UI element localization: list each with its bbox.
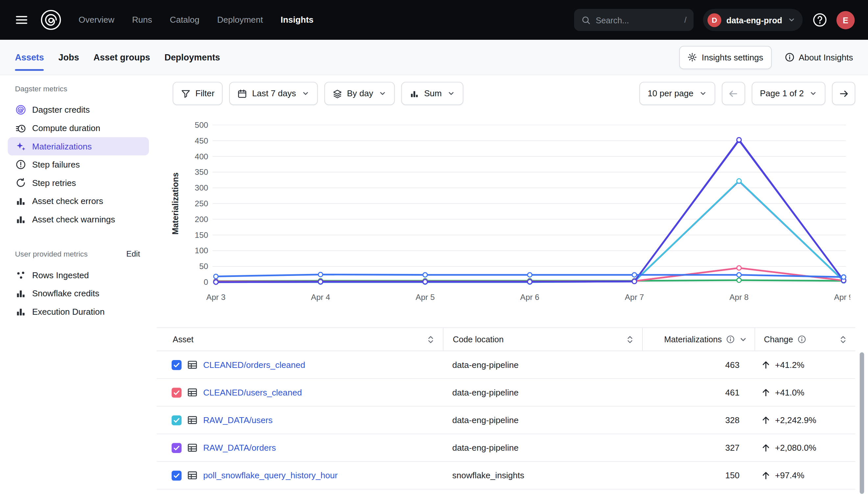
nav-link-catalog[interactable]: Catalog bbox=[170, 15, 200, 25]
date-range-button[interactable]: Last 7 days bbox=[230, 82, 318, 105]
table-icon bbox=[187, 470, 197, 481]
help-button[interactable] bbox=[812, 12, 827, 27]
asset-link[interactable]: RAW_DATA/orders bbox=[203, 443, 276, 453]
nav-link-deployment[interactable]: Deployment bbox=[217, 15, 263, 25]
sidebar-item-execution-duration[interactable]: Execution Duration bbox=[8, 303, 149, 321]
asset-cell: CLEANED/users_cleaned bbox=[156, 387, 443, 398]
check-icon bbox=[173, 471, 180, 479]
materializations-icon bbox=[15, 141, 26, 152]
bar-chart-icon bbox=[15, 306, 26, 317]
table-row: RAW_DATA/ordersdata-eng-pipeline327+2,08… bbox=[156, 434, 855, 462]
tab-deployments[interactable]: Deployments bbox=[164, 40, 220, 75]
insights-settings-button[interactable]: Insights settings bbox=[679, 45, 771, 69]
row-checkbox[interactable] bbox=[171, 360, 181, 369]
table-row bbox=[156, 489, 855, 498]
sidebar-section-title: User provided metrics bbox=[15, 250, 88, 258]
dagster-logo[interactable] bbox=[40, 9, 62, 31]
search-input[interactable] bbox=[596, 15, 679, 25]
about-insights-link[interactable]: About Insights bbox=[785, 52, 853, 62]
asset-link[interactable]: RAW_DATA/users bbox=[203, 415, 272, 425]
pagination-controls: 10 per page Page 1 of 2 bbox=[639, 82, 855, 105]
code-location-cell: data-eng-pipeline bbox=[443, 443, 642, 453]
compute-duration-icon bbox=[15, 123, 26, 133]
sidebar-item-dagster-credits[interactable]: Dagster credits bbox=[8, 101, 149, 119]
arrow-up-icon bbox=[761, 388, 771, 397]
sort-icon[interactable] bbox=[839, 335, 847, 344]
primary-nav: OverviewRunsCatalogDeploymentInsights bbox=[79, 15, 314, 25]
arrow-up-icon bbox=[761, 471, 771, 480]
sort-icon[interactable] bbox=[427, 335, 435, 344]
aggregation-button[interactable]: Sum bbox=[401, 82, 463, 105]
per-page-label: 10 per page bbox=[648, 88, 693, 98]
insights-tab-bar: AssetsJobsAsset groupsDeployments Insigh… bbox=[0, 40, 868, 75]
group-by-button[interactable]: By day bbox=[324, 82, 395, 105]
about-insights-label: About Insights bbox=[799, 52, 853, 62]
tab-jobs[interactable]: Jobs bbox=[59, 40, 79, 75]
asset-link[interactable]: poll_snowflake_query_history_hour bbox=[203, 470, 338, 480]
row-checkbox[interactable] bbox=[171, 470, 181, 480]
chevron-down-icon[interactable] bbox=[739, 335, 747, 344]
table-scrollbar[interactable] bbox=[860, 352, 864, 494]
svg-text:Apr 7: Apr 7 bbox=[625, 293, 644, 302]
materializations-cell: 463 bbox=[642, 360, 755, 369]
tabs: AssetsJobsAsset groupsDeployments bbox=[15, 40, 220, 75]
asset-cell: CLEANED/orders_cleaned bbox=[156, 359, 443, 370]
toolbar: Filter Last 7 days By day Sum bbox=[156, 82, 868, 105]
user-avatar[interactable]: E bbox=[837, 11, 855, 29]
arrow-up-icon bbox=[761, 443, 771, 453]
sidebar-item-asset-check-warnings[interactable]: Asset check warnings bbox=[8, 210, 149, 228]
edit-user-metrics-link[interactable]: Edit bbox=[126, 249, 140, 258]
sort-icon[interactable] bbox=[626, 335, 634, 344]
calendar-icon bbox=[238, 89, 247, 98]
column-header-materializations[interactable]: Materializations bbox=[642, 328, 755, 351]
sidebar-item-snowflake-credits[interactable]: Snowflake credits bbox=[8, 284, 149, 303]
sidebar-item-step-retries[interactable]: Step retries bbox=[8, 174, 149, 192]
search-shortcut-hint: / bbox=[684, 15, 687, 24]
check-icon bbox=[173, 389, 180, 396]
sidebar-item-compute-duration[interactable]: Compute duration bbox=[8, 119, 149, 137]
nav-link-insights[interactable]: Insights bbox=[281, 15, 314, 25]
sidebar-item-rows-ingested[interactable]: Rows Ingested bbox=[8, 266, 149, 285]
table-icon bbox=[187, 415, 197, 425]
date-range-label: Last 7 days bbox=[252, 88, 296, 98]
layers-icon bbox=[332, 89, 342, 98]
sidebar-item-step-failures[interactable]: Step failures bbox=[8, 155, 149, 174]
deployment-switcher[interactable]: D data-eng-prod bbox=[703, 9, 803, 31]
nav-link-runs[interactable]: Runs bbox=[132, 15, 152, 25]
tab-assets[interactable]: Assets bbox=[15, 40, 44, 75]
column-header-asset[interactable]: Asset bbox=[156, 328, 443, 351]
tab-asset-groups[interactable]: Asset groups bbox=[93, 40, 150, 75]
svg-text:Apr 8: Apr 8 bbox=[730, 293, 749, 302]
materializations-chart: 050100150200250300350400450500Apr 3Apr 4… bbox=[156, 117, 868, 310]
info-icon bbox=[785, 53, 794, 62]
chevron-down-icon bbox=[788, 16, 796, 24]
next-page-button[interactable] bbox=[832, 82, 855, 105]
group-by-label: By day bbox=[347, 88, 373, 98]
column-header-code-location[interactable]: Code location bbox=[443, 328, 642, 351]
change-cell: +41.2% bbox=[755, 360, 855, 369]
table-header: AssetCode locationMaterializationsChange bbox=[156, 328, 855, 351]
chevron-down-icon bbox=[809, 90, 817, 97]
asset-link[interactable]: CLEANED/users_cleaned bbox=[203, 387, 302, 397]
row-checkbox[interactable] bbox=[171, 443, 181, 453]
row-checkbox[interactable] bbox=[171, 387, 181, 397]
materializations-cell: 461 bbox=[642, 387, 755, 397]
global-search[interactable]: / bbox=[574, 9, 694, 31]
per-page-button[interactable]: 10 per page bbox=[639, 82, 715, 105]
sidebar-item-materializations[interactable]: Materializations bbox=[8, 137, 149, 156]
aggregation-label: Sum bbox=[424, 88, 442, 98]
asset-cell: poll_snowflake_query_history_hour bbox=[156, 470, 443, 481]
menu-button[interactable] bbox=[13, 12, 30, 28]
table-row: CLEANED/orders_cleaneddata-eng-pipeline4… bbox=[156, 351, 855, 379]
row-checkbox[interactable] bbox=[171, 415, 181, 425]
filter-button[interactable]: Filter bbox=[173, 82, 222, 105]
prev-page-button[interactable] bbox=[722, 82, 745, 105]
svg-text:250: 250 bbox=[195, 199, 208, 208]
page-selector-button[interactable]: Page 1 of 2 bbox=[752, 82, 825, 105]
sidebar-item-asset-check-errors[interactable]: Asset check errors bbox=[8, 192, 149, 210]
column-header-change[interactable]: Change bbox=[755, 328, 855, 351]
deployment-badge: D bbox=[707, 13, 722, 27]
dagster-logo-icon bbox=[40, 9, 62, 31]
nav-link-overview[interactable]: Overview bbox=[79, 15, 114, 25]
asset-link[interactable]: CLEANED/orders_cleaned bbox=[203, 360, 305, 369]
